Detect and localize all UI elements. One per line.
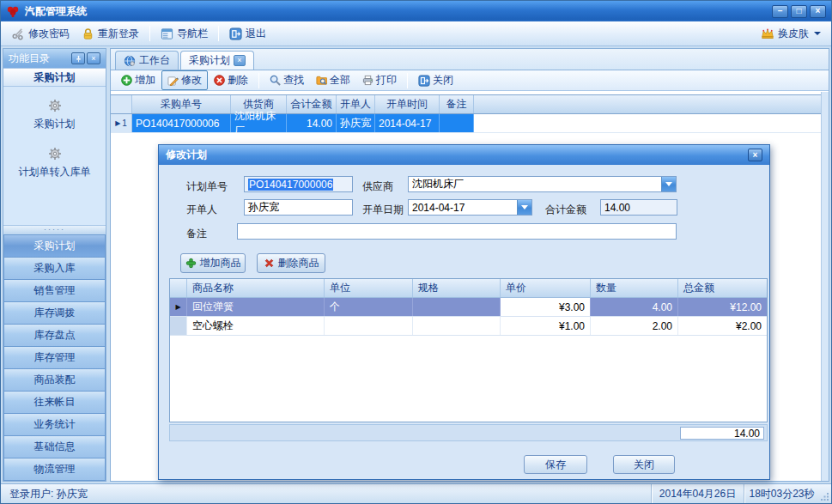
cell-po: PO140417000006	[132, 114, 231, 132]
sidebar-close-button[interactable]: ×	[87, 52, 100, 64]
dialog-title-bar[interactable]: 修改计划 ×	[159, 145, 769, 165]
cell-issuer: 孙庆宽	[337, 114, 375, 132]
dialog-close-action-button[interactable]: 关闭	[613, 455, 675, 474]
nav-item-statistics[interactable]: 业务统计	[3, 413, 106, 436]
delete-button[interactable]: 删除	[208, 70, 254, 90]
modify-button[interactable]: 修改	[161, 70, 208, 90]
sidebar-caption: 功能目录 ×	[3, 49, 106, 68]
resize-grip[interactable]	[819, 484, 831, 503]
table-row[interactable]: 空心螺栓 ¥1.00 2.00 ¥2.00	[170, 317, 767, 336]
column-header-po[interactable]: 采购单号	[132, 95, 231, 113]
nav-item-base-info[interactable]: 基础信息	[3, 435, 106, 458]
column-header-date[interactable]: 开单时间	[375, 95, 440, 113]
total-value: 14.00	[604, 202, 630, 214]
nav-item-sales[interactable]: 销售管理	[3, 279, 106, 302]
nav-item-stock-manage[interactable]: 库存管理	[3, 346, 106, 369]
all-button[interactable]: 全部	[310, 70, 356, 90]
column-header-name[interactable]: 商品名称	[187, 279, 325, 297]
column-header-qty[interactable]: 数量	[591, 279, 678, 297]
nav-item-accounts[interactable]: 往来帐目	[3, 391, 106, 414]
supplier-label: 供应商	[362, 179, 393, 194]
column-header-price[interactable]: 单价	[501, 279, 591, 297]
find-button[interactable]: 查找	[264, 70, 310, 90]
row-indicator: ▶ 1	[111, 114, 132, 132]
cell-price[interactable]: ¥3.00	[501, 298, 591, 316]
add-product-button[interactable]: 增加商品	[180, 253, 246, 273]
relogin-button[interactable]: 重新登录	[76, 24, 145, 44]
close-tab-button[interactable]: 关闭	[412, 70, 459, 90]
column-header-spec[interactable]: 规格	[413, 279, 501, 297]
modify-plan-dialog: 修改计划 × 计划单号 PO140417000006 供应商 沈阳机床厂 开单人…	[158, 144, 770, 480]
exit-button[interactable]: 退出	[223, 24, 272, 44]
nav-item-purchase-plan[interactable]: 采购计划	[3, 234, 106, 258]
column-header-filler	[474, 95, 829, 113]
sidebar-item-purchase-plan[interactable]: 采购计划	[34, 99, 76, 131]
change-skin-button[interactable]: 换皮肤	[756, 24, 826, 44]
pin-button[interactable]	[71, 52, 85, 64]
chevron-down-icon[interactable]	[517, 200, 531, 215]
logged-in-user: 登录用户: 孙庆宽	[1, 487, 651, 501]
row-indicator: ▶	[170, 298, 187, 316]
supplier-combobox[interactable]: 沈阳机床厂	[408, 176, 677, 192]
action-toolbar: 增加 修改 删除 查找	[111, 70, 829, 91]
row-indicator	[170, 317, 187, 335]
chevron-down-icon	[814, 32, 821, 35]
status-date: 2014年04月26日	[651, 484, 744, 503]
nav-item-stock-check[interactable]: 库存盘点	[3, 324, 106, 347]
search-icon	[270, 75, 281, 86]
status-bar: 登录用户: 孙庆宽 2014年04月26日 18时03分23秒	[1, 483, 831, 503]
sidebar: 功能目录 × 采购计划 采购计划	[3, 48, 106, 482]
column-header-total[interactable]: 总金额	[678, 279, 767, 297]
add-button[interactable]: 增加	[115, 70, 161, 90]
cell-total: ¥2.00	[678, 317, 767, 335]
maximize-button[interactable]: □	[791, 5, 807, 18]
sidebar-group-title: 采购计划	[3, 68, 106, 87]
chevron-down-icon[interactable]	[661, 177, 676, 191]
change-password-button[interactable]: 修改密码	[6, 24, 76, 44]
toolbar-separator	[149, 26, 150, 41]
workbench-icon	[124, 55, 136, 67]
folder-search-icon	[316, 75, 327, 86]
total-field[interactable]: 14.00	[600, 199, 677, 216]
column-header-note[interactable]: 备注	[440, 95, 474, 113]
nav-item-purchase-inbound[interactable]: 采购入库	[3, 257, 106, 280]
lock-icon	[82, 27, 94, 40]
issuer-value: 孙庆宽	[248, 200, 279, 215]
nav-item-stock-transfer[interactable]: 库存调拨	[3, 301, 106, 325]
column-header-issuer[interactable]: 开单人	[337, 95, 375, 113]
table-row[interactable]: ▶ 1 PO140417000006 沈阳机床厂 14.00 孙庆宽 2014-…	[111, 114, 829, 133]
tab-close-icon[interactable]: ×	[234, 55, 246, 66]
grid-corner-cell	[170, 279, 187, 297]
sidebar-nav: 采购计划 采购入库 销售管理 库存调拨 库存盘点 库存管理 商品装配 往来帐目 …	[3, 235, 106, 481]
date-picker[interactable]: 2014-04-17	[408, 199, 532, 216]
row-arrow-icon: ▶	[115, 119, 120, 127]
plan-no-value: PO140417000006	[248, 179, 333, 191]
grid-header: 采购单号 供货商 合计金额 开单人 开单时间 备注	[111, 94, 829, 114]
nav-item-logistics[interactable]: 物流管理	[3, 458, 106, 481]
row-arrow-icon: ▶	[175, 303, 180, 311]
nav-item-assembly[interactable]: 商品装配	[3, 368, 106, 392]
note-field[interactable]	[237, 223, 677, 240]
table-row[interactable]: ▶ 回位弹簧 个 ¥3.00 4.00 ¥12.00	[170, 298, 767, 317]
gear-icon	[48, 99, 62, 112]
tab-workbench[interactable]: 工作台	[115, 51, 179, 70]
column-header-unit[interactable]: 单位	[325, 279, 413, 297]
plan-no-field[interactable]: PO140417000006	[244, 176, 353, 192]
exit-icon	[229, 27, 242, 40]
minimize-button[interactable]: –	[772, 5, 788, 18]
plan-no-label: 计划单号	[186, 179, 228, 194]
close-panel-icon	[418, 75, 430, 87]
cell-qty: 4.00	[591, 298, 678, 316]
save-button[interactable]: 保存	[524, 455, 587, 474]
remove-product-button[interactable]: 删除商品	[257, 253, 325, 273]
column-header-amount[interactable]: 合计金额	[287, 95, 337, 113]
issuer-field[interactable]: 孙庆宽	[244, 199, 353, 216]
navbar-toggle-button[interactable]: 导航栏	[155, 24, 214, 44]
sidebar-item-plan-to-stock[interactable]: 计划单转入库单	[19, 147, 91, 179]
close-button[interactable]: ×	[810, 5, 826, 18]
print-button[interactable]: 打印	[356, 70, 403, 90]
dialog-close-button[interactable]: ×	[748, 149, 762, 161]
tab-purchase-plan[interactable]: 采购计划 ×	[180, 51, 254, 70]
app-window: 汽配管理系统 – □ × 修改密码 重新登录 导航栏	[0, 0, 832, 504]
supplier-value: 沈阳机床厂	[409, 177, 661, 191]
